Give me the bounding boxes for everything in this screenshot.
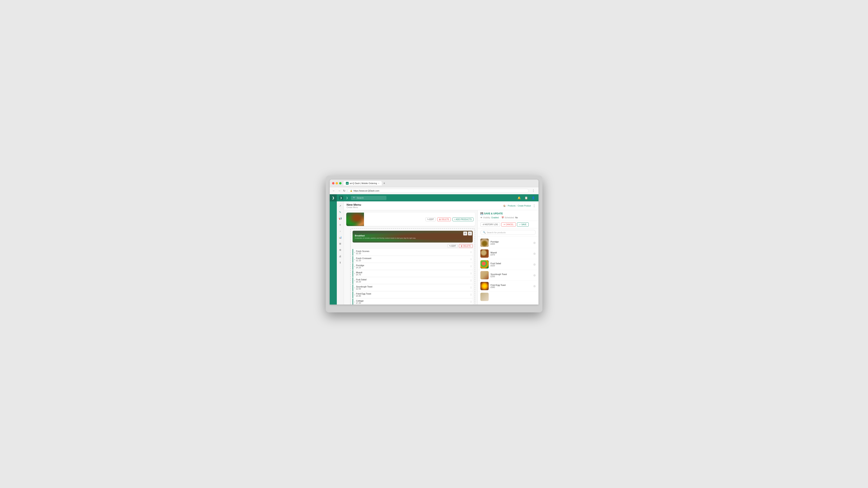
nav-item-settings[interactable]: ⚙ xyxy=(337,247,343,253)
breakfast-delete-button[interactable]: 🗑 DELETE xyxy=(459,244,473,248)
right-panel-actions: ↺ HISTORY LOG ✕ CANCEL ✓ xyxy=(477,221,538,228)
new-tab-button[interactable]: + xyxy=(382,182,386,185)
breadcrumb-products-link[interactable]: Products xyxy=(508,205,516,207)
food-menu-card: Food Menu For all of our menus, we sourc… xyxy=(346,213,475,226)
drag-handle-icon[interactable]: ⠿ xyxy=(470,301,472,303)
nav-item-menu[interactable]: ✎ xyxy=(337,209,343,215)
food-menu-title: Food Menu xyxy=(366,215,422,218)
home-icon[interactable]: 🏠 xyxy=(503,205,505,207)
food-menu-banner-content: Food Menu For all of our menus, we sourc… xyxy=(364,213,424,226)
drag-handle-icon[interactable]: ⠿ xyxy=(470,272,472,275)
nav-expand-icon[interactable]: ❯ xyxy=(345,196,349,200)
traffic-lights xyxy=(332,182,342,185)
nav-item-dashboard[interactable]: ↗ xyxy=(337,203,343,209)
nav-item-list[interactable]: ≡ xyxy=(337,222,343,228)
drag-handle-icon[interactable]: ⠿ xyxy=(470,279,472,282)
nav-item-grid[interactable]: ⊞ xyxy=(337,241,343,247)
minimize-window-btn[interactable] xyxy=(336,182,338,185)
active-browser-tab[interactable]: w wi-Q Dash | Mobile Ordering × xyxy=(343,181,382,186)
right-product-price: £470 xyxy=(491,254,531,256)
two-column-layout: Food Menu For all of our menus, we sourc… xyxy=(344,210,538,304)
right-drag-handle[interactable]: ⊕ xyxy=(533,284,536,288)
browser-more-button[interactable]: ⋮ xyxy=(531,188,536,193)
page-more-button[interactable]: ⋮ xyxy=(533,204,536,208)
add-products-button[interactable]: + ADD PRODUCTS xyxy=(453,218,473,221)
right-drag-handle[interactable]: ⊕ xyxy=(533,241,536,245)
close-window-btn[interactable] xyxy=(332,182,335,185)
product-chevron-icon[interactable]: ∨ xyxy=(354,272,355,274)
trash-icon: 🗑 xyxy=(439,218,441,221)
notifications-button[interactable]: 🔔 xyxy=(517,195,522,201)
product-chevron-icon[interactable]: ∨ xyxy=(354,287,355,289)
list-item: Fruit Salad £520 ⊕ xyxy=(477,259,538,270)
reload-button[interactable]: ↻ xyxy=(343,189,345,192)
save-update-button[interactable]: 💾 SAVE & UPDATE xyxy=(480,212,503,215)
product-chevron-icon[interactable]: ∨ xyxy=(354,294,355,296)
breakfast-title: Breakfast xyxy=(355,234,470,237)
search-input[interactable] xyxy=(357,197,384,199)
product-info: Fresh Scones £2.20 xyxy=(356,250,470,255)
product-name: Cottage xyxy=(356,300,470,302)
nav-item-print[interactable]: 🖨 xyxy=(337,253,343,259)
table-row: ∨ Fresh Scones £2.20 ⠿ xyxy=(352,249,473,256)
drag-handle-icon[interactable]: ⠿ xyxy=(470,251,472,254)
tab-title: wi-Q Dash | Mobile Ordering xyxy=(350,182,377,185)
product-name: Fresh Scones xyxy=(356,250,470,252)
cancel-button[interactable]: ✕ CANCEL xyxy=(501,222,516,227)
nav-item-info[interactable]: ℹ xyxy=(337,260,343,266)
orders-button[interactable]: 📋 xyxy=(524,195,529,201)
nav-item-orders[interactable]: 📢 xyxy=(337,216,343,222)
nav-item-analytics[interactable]: 📊 xyxy=(337,234,343,240)
back-button[interactable]: ← xyxy=(332,189,336,193)
history-log-button[interactable]: ↺ HISTORY LOG xyxy=(480,222,500,227)
right-drag-handle[interactable]: ⊕ xyxy=(533,273,536,277)
user-profile-button[interactable]: 👤 xyxy=(531,195,536,201)
breakfast-edit-button[interactable]: ✎ EDIT xyxy=(447,244,458,248)
product-name: Muesli xyxy=(356,271,470,273)
right-product-name: Fruit Salad xyxy=(491,262,531,265)
product-chevron-icon[interactable]: ∨ xyxy=(354,301,355,303)
food-menu-delete-button[interactable]: 🗑 DELETE xyxy=(437,218,451,221)
product-info: Porridge £4.20 xyxy=(356,264,470,269)
app-logo: ❯ xyxy=(339,196,343,200)
url-bar[interactable]: 🔒 https://www.wi-QDash.com xyxy=(347,189,529,193)
tab-close-btn[interactable]: × xyxy=(378,182,379,185)
right-product-name: Porridge xyxy=(491,240,531,243)
maximize-window-btn[interactable] xyxy=(339,182,342,185)
breakfast-banner: Breakfast A selection of cereals, pastri… xyxy=(352,231,473,242)
breakfast-section-actions: ✎ EDIT 🗑 DELETE xyxy=(352,244,473,248)
breadcrumb-sep-1: / xyxy=(506,205,507,207)
product-info: Fried Egg Toast £5.80 xyxy=(356,293,470,297)
save-button[interactable]: ✓ SAVE xyxy=(517,222,529,227)
breakfast-section-card: Breakfast A selection of cereals, pastri… xyxy=(350,228,475,304)
forward-button[interactable]: → xyxy=(338,189,341,193)
breadcrumb-sep-2: / xyxy=(516,205,517,207)
drag-handle-icon[interactable]: ⠿ xyxy=(470,265,472,268)
scheduled-value: No xyxy=(515,217,518,219)
product-thumbnail xyxy=(480,250,489,258)
right-product-price: £420 xyxy=(491,243,531,245)
product-search-input[interactable] xyxy=(487,231,533,234)
product-info: Sourdough Toast £2.50 xyxy=(356,286,470,290)
top-search-bar[interactable]: 🔍 xyxy=(351,196,386,200)
product-thumbnail xyxy=(480,293,489,301)
drag-handle-icon[interactable]: ⠿ xyxy=(470,294,472,296)
product-chevron-icon[interactable]: ∨ xyxy=(354,258,355,260)
product-name: Fruit Salad xyxy=(356,278,470,281)
ssl-lock-icon: 🔒 xyxy=(350,190,352,192)
nav-item-import[interactable]: ↓ xyxy=(337,228,343,234)
drag-handle-icon[interactable]: ⠿ xyxy=(470,258,472,261)
drag-handle-icon[interactable]: ⠿ xyxy=(470,286,472,289)
right-product-info: Muesli £470 xyxy=(491,251,531,256)
left-navigation: ↗ ✎ 📢 ≡ ↓ 📊 ⊞ ⚙ 🖨 ℹ xyxy=(337,201,344,304)
product-chevron-icon[interactable]: ∨ xyxy=(354,265,355,267)
nav-actions: 🔔 📋 👤 xyxy=(517,195,536,201)
right-drag-handle[interactable]: ⊕ xyxy=(533,252,536,256)
page-subtitle: Create Menu xyxy=(347,206,361,208)
food-menu-edit-button[interactable]: ✎ EDIT xyxy=(426,218,436,221)
page-header: New Menu Create Menu 🏠 / Products / Crea… xyxy=(344,201,538,210)
right-drag-handle[interactable]: ⊕ xyxy=(533,263,536,266)
product-chevron-icon[interactable]: ∨ xyxy=(354,280,355,282)
product-price: £4.20 xyxy=(356,266,470,269)
product-chevron-icon[interactable]: ∨ xyxy=(354,251,355,253)
